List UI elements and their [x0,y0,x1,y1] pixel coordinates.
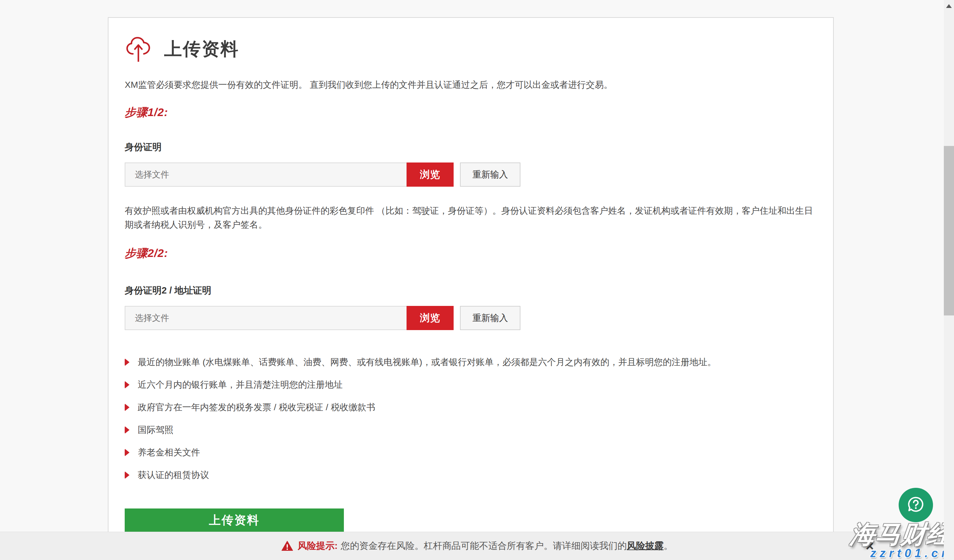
page-title: 上传资料 [164,37,239,61]
browse-button-1[interactable]: 浏览 [407,162,454,187]
risk-warning-prefix: 风险提示: [298,540,338,552]
list-item-text: 近六个月内的银行账单，并且清楚注明您的注册地址 [138,379,343,391]
list-item: 近六个月内的银行账单，并且清楚注明您的注册地址 [125,379,817,391]
red-triangle-bullet-icon [125,404,129,411]
intro-text: XM监管必须要求您提供一份有效的文件证明。 直到我们收到您上传的文件并且认证通过… [125,79,817,91]
risk-warning-suffix: 。 [664,540,673,552]
step-2-heading: 步骤2/2: [125,246,817,261]
live-chat-button[interactable] [899,488,933,522]
file-row-2: 浏览 重新输入 [125,306,817,330]
file-input-1[interactable] [125,162,407,187]
red-triangle-bullet-icon [125,426,129,434]
risk-disclosure-link[interactable]: 风险披露 [627,540,664,552]
list-item: 养老金相关文件 [125,446,817,459]
risk-warning-text: 您的资金存在风险。杠杆商品可能不适合所有客户。请详细阅读我们的 [341,540,627,552]
risk-warning-content: 风险提示: 您的资金存在风险。杠杆商品可能不适合所有客户。请详细阅读我们的 风险… [281,540,673,552]
scrollbar-thumb[interactable] [944,146,954,316]
list-item-text: 养老金相关文件 [138,446,200,459]
red-triangle-bullet-icon [125,471,129,479]
list-item-text: 政府官方在一年内签发的税务发票 / 税收完税证 / 税收缴款书 [138,401,376,414]
chevron-up-icon [946,4,952,8]
red-triangle-bullet-icon [125,358,129,366]
scrollbar-up-button[interactable] [944,0,954,13]
step-1-heading: 步骤1/2: [125,105,817,120]
page-title-row: 上传资料 [125,36,817,63]
red-triangle-bullet-icon [125,449,129,456]
file-row-1: 浏览 重新输入 [125,162,817,187]
close-icon[interactable]: × [865,539,874,553]
list-item-text: 最近的物业账单 (水电煤账单、话费账单、油费、网费、或有线电视账单)，或者银行对… [138,356,716,368]
red-triangle-bullet-icon [125,381,129,389]
risk-warning-bar: 风险提示: 您的资金存在风险。杠杆商品可能不适合所有客户。请详细阅读我们的 风险… [0,532,954,560]
list-item: 国际驾照 [125,424,817,436]
browse-button-2[interactable]: 浏览 [407,306,454,330]
list-item: 获认证的租赁协议 [125,469,817,481]
reset-button-1[interactable]: 重新输入 [460,162,521,187]
upload-documents-card: 上传资料 XM监管必须要求您提供一份有效的文件证明。 直到我们收到您上传的文件并… [108,17,834,560]
list-item-text: 获认证的租赁协议 [138,469,209,481]
list-item: 最近的物业账单 (水电煤账单、话费账单、油费、网费、或有线电视账单)，或者银行对… [125,356,817,368]
address-proof-label: 身份证明2 / 地址证明 [125,284,817,297]
warning-triangle-icon [281,541,293,551]
cloud-upload-icon [125,36,152,63]
list-item: 政府官方在一年内签发的税务发票 / 税收完税证 / 税收缴款书 [125,401,817,414]
list-item-text: 国际驾照 [138,424,173,436]
identity-proof-label: 身份证明 [125,141,817,154]
help-chat-bubble-icon [906,495,926,515]
identity-proof-description: 有效护照或者由权威机构官方出具的其他身份证件的彩色复印件 （比如：驾驶证，身份证… [125,204,817,232]
reset-button-2[interactable]: 重新输入 [460,306,521,330]
file-input-2[interactable] [125,306,407,330]
upload-documents-button[interactable]: 上传资料 [125,509,344,532]
accepted-documents-list: 最近的物业账单 (水电煤账单、话费账单、油费、网费、或有线电视账单)，或者银行对… [125,356,817,481]
vertical-scrollbar[interactable] [944,0,954,560]
